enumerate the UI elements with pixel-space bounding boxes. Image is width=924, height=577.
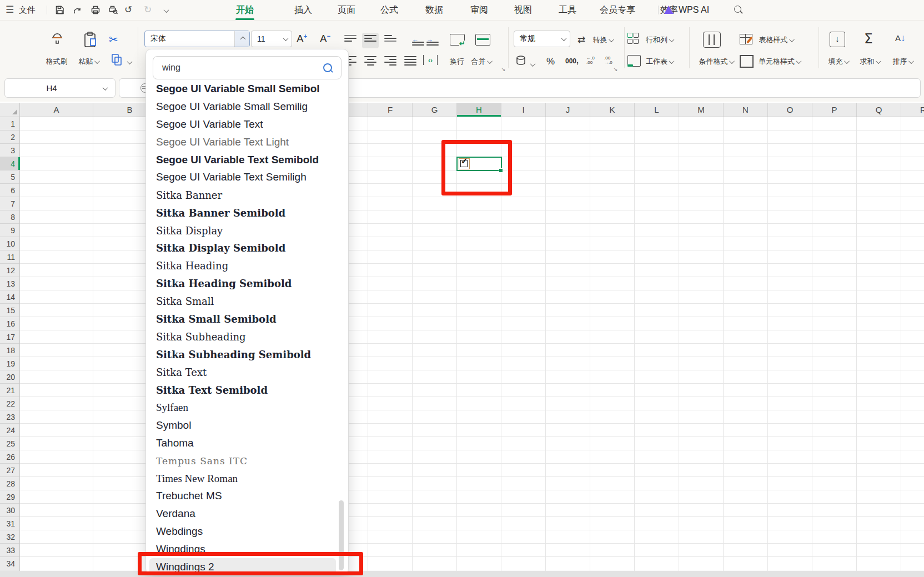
ribbon-tab-8[interactable]: 工具 bbox=[559, 0, 576, 20]
column-header-M[interactable]: M bbox=[679, 103, 724, 117]
row-header-14[interactable]: 14 bbox=[0, 290, 19, 304]
row-header-22[interactable]: 22 bbox=[0, 397, 19, 410]
justify-icon[interactable] bbox=[404, 56, 416, 66]
number-format-chevron[interactable] bbox=[555, 31, 570, 47]
font-item-tempus-sans-itc[interactable]: Tempus Sans ITC bbox=[146, 452, 347, 470]
rows-columns-button[interactable]: 行和列 bbox=[646, 34, 674, 46]
row-header-29[interactable]: 29 bbox=[0, 490, 19, 504]
cell-style-icon[interactable] bbox=[740, 55, 754, 68]
align-middle-icon[interactable] bbox=[364, 35, 376, 42]
column-header-H[interactable]: H bbox=[457, 103, 501, 117]
row-header-6[interactable]: 6 bbox=[0, 184, 19, 197]
align-bottom-icon[interactable] bbox=[384, 35, 396, 42]
ribbon-tab-1[interactable]: 开始 bbox=[236, 0, 254, 20]
font-size-combobox[interactable]: 11 bbox=[251, 31, 292, 47]
font-size-chevron[interactable] bbox=[277, 31, 292, 47]
currency-format-icon[interactable] bbox=[515, 55, 526, 68]
search-icon[interactable] bbox=[734, 6, 742, 14]
redo-icon[interactable]: ↻ bbox=[144, 0, 152, 20]
decrease-font-button[interactable]: A− bbox=[320, 33, 330, 45]
font-item-sitka-subheading-semibold[interactable]: Sitka Subheading Semibold bbox=[146, 345, 347, 363]
percent-style-icon[interactable]: % bbox=[546, 56, 555, 67]
font-item-symbol[interactable]: Symbol bbox=[146, 417, 347, 434]
column-header-F[interactable]: F bbox=[368, 103, 413, 117]
row-header-20[interactable]: 20 bbox=[0, 370, 19, 384]
font-item-sitka-text[interactable]: Sitka Text bbox=[146, 363, 347, 381]
row-header-17[interactable]: 17 bbox=[0, 330, 19, 344]
sort-button[interactable]: 排序 bbox=[893, 56, 913, 68]
copy-chevron-icon[interactable] bbox=[125, 57, 132, 67]
hamburger-menu-icon[interactable]: ☰ bbox=[6, 0, 14, 20]
column-header-K[interactable]: K bbox=[590, 103, 635, 117]
font-item-tahoma[interactable]: Tahoma bbox=[146, 434, 347, 452]
font-item-segoe-ui-variable-text-semibold[interactable]: Segoe UI Variable Text Semibold bbox=[146, 151, 347, 169]
ribbon-tab-4[interactable]: 公式 bbox=[380, 0, 398, 20]
row-header-7[interactable]: 7 bbox=[0, 197, 19, 210]
font-item-sylfaen[interactable]: Sylfaen bbox=[146, 399, 347, 417]
font-item-segoe-ui-variable-small-semilig[interactable]: Segoe UI Variable Small Semilig bbox=[146, 98, 347, 116]
row-header-26[interactable]: 26 bbox=[0, 450, 19, 464]
row-header-4[interactable]: 4 bbox=[0, 157, 19, 170]
font-combo-collapse-button[interactable] bbox=[234, 31, 249, 47]
row-header-3[interactable]: 3 bbox=[0, 144, 19, 157]
ribbon-tab-5[interactable]: 数据 bbox=[425, 0, 443, 20]
fill-icon[interactable]: ↓ bbox=[830, 32, 845, 47]
align-right-icon[interactable] bbox=[384, 56, 396, 66]
format-painter-icon[interactable] bbox=[49, 32, 67, 52]
currency-chevron-icon[interactable] bbox=[529, 59, 535, 69]
copy-icon[interactable] bbox=[110, 53, 123, 68]
align-top-icon[interactable] bbox=[344, 35, 356, 42]
row-header-5[interactable]: 5 bbox=[0, 170, 19, 184]
distributed-alignment-icon[interactable]: ‹› bbox=[423, 55, 438, 65]
row-header-19[interactable]: 19 bbox=[0, 357, 19, 370]
row-header-10[interactable]: 10 bbox=[0, 237, 19, 250]
decrease-decimal-icon[interactable]: ←.0.00 bbox=[586, 56, 595, 65]
convert-button[interactable]: 转换 bbox=[593, 34, 614, 46]
font-item-sitka-small[interactable]: Sitka Small bbox=[146, 293, 347, 310]
font-item-sitka-text-semibold[interactable]: Sitka Text Semibold bbox=[146, 381, 347, 399]
convert-icon[interactable]: ⇄ bbox=[578, 34, 585, 46]
font-item-trebuchet-ms[interactable]: Trebuchet MS bbox=[146, 487, 347, 505]
wrap-text-button[interactable]: 换行 bbox=[450, 56, 464, 68]
column-header-N[interactable]: N bbox=[724, 103, 768, 117]
row-header-30[interactable]: 30 bbox=[0, 504, 19, 517]
print-icon[interactable] bbox=[90, 4, 101, 16]
row-header-33[interactable]: 33 bbox=[0, 544, 19, 557]
wrap-text-icon[interactable]: ↵ bbox=[450, 34, 465, 46]
name-box[interactable]: H4 bbox=[4, 78, 116, 98]
cell-style-button[interactable]: 单元格样式 bbox=[759, 56, 801, 68]
font-item-sitka-heading-semibold[interactable]: Sitka Heading Semibold bbox=[146, 275, 347, 293]
column-header-A[interactable]: A bbox=[20, 103, 93, 117]
increase-font-button[interactable]: A+ bbox=[297, 33, 307, 45]
sort-icon[interactable]: A↓ bbox=[895, 33, 906, 44]
column-header-Q[interactable]: Q bbox=[857, 103, 901, 117]
conditional-format-icon[interactable] bbox=[703, 32, 721, 48]
font-item-sitka-heading[interactable]: Sitka Heading bbox=[146, 257, 347, 275]
row-header-8[interactable]: 8 bbox=[0, 210, 19, 224]
row-header-15[interactable]: 15 bbox=[0, 304, 19, 317]
number-group-launcher-icon[interactable]: ↘ bbox=[613, 66, 617, 72]
row-header-28[interactable]: 28 bbox=[0, 477, 19, 490]
row-header-31[interactable]: 31 bbox=[0, 517, 19, 530]
row-header-12[interactable]: 12 bbox=[0, 264, 19, 277]
font-item-segoe-ui-variable-text-semiligh[interactable]: Segoe UI Variable Text Semiligh bbox=[146, 168, 347, 186]
decrease-indent-icon[interactable]: ← bbox=[412, 34, 419, 44]
font-name-combobox[interactable]: 宋体 bbox=[144, 31, 250, 47]
select-all-corner[interactable] bbox=[0, 103, 20, 117]
row-header-27[interactable]: 27 bbox=[0, 464, 19, 477]
row-header-18[interactable]: 18 bbox=[0, 344, 19, 357]
increase-decimal-icon[interactable]: .00→.0 bbox=[604, 56, 612, 65]
column-header-R[interactable]: R bbox=[901, 103, 924, 117]
worksheet-icon[interactable] bbox=[627, 55, 641, 67]
file-menu[interactable]: 文件 bbox=[19, 0, 36, 20]
font-item-sitka-subheading[interactable]: Sitka Subheading bbox=[146, 328, 347, 345]
font-item-sitka-display[interactable]: Sitka Display bbox=[146, 222, 347, 239]
paste-icon[interactable] bbox=[81, 31, 100, 52]
print-preview-icon[interactable] bbox=[108, 4, 119, 16]
ribbon-tab-7[interactable]: 视图 bbox=[514, 0, 532, 20]
export-pdf-icon[interactable] bbox=[72, 4, 83, 16]
row-header-1[interactable]: 1 bbox=[0, 117, 19, 131]
row-header-9[interactable]: 9 bbox=[0, 224, 19, 237]
row-header-21[interactable]: 21 bbox=[0, 384, 19, 397]
fill-button[interactable]: 填充 bbox=[828, 56, 849, 68]
